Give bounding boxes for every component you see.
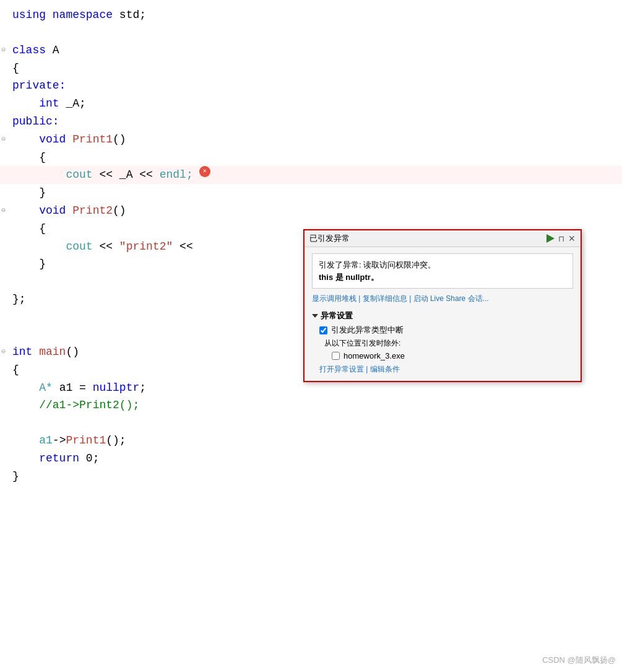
token: cout	[66, 168, 92, 181]
code-editor: using namespace std;⊖class A{private: in…	[0, 0, 622, 672]
exception-line1: 引发了异常: 读取访问权限冲突。	[319, 260, 436, 269]
token: ()	[113, 133, 126, 146]
token: return	[39, 452, 86, 465]
token: ()	[113, 204, 126, 217]
token	[12, 97, 39, 110]
collapse-marker[interactable]: ⊖	[1, 134, 9, 141]
code-line: return 0;	[0, 450, 622, 468]
exception-popup[interactable]: 已引发异常 ⊓ ✕ 引发了异常: 读取访问权限冲突。 this 是 nullpt…	[303, 229, 582, 382]
token: "print2"	[119, 240, 173, 253]
collapse-marker[interactable]: ⊖	[1, 205, 9, 212]
code-content: using namespace std;	[12, 6, 146, 24]
exclude-checkbox[interactable]	[332, 352, 340, 360]
watermark: CSDN @随风飘扬@	[542, 655, 616, 666]
code-content: cout << "print2" <<	[12, 238, 193, 256]
code-content: void Print1()	[12, 131, 126, 149]
code-content: {	[12, 59, 19, 77]
code-content: void Print2()	[12, 202, 126, 220]
close-button[interactable]: ✕	[568, 233, 576, 243]
token: Print1	[72, 133, 113, 146]
code-line: public:	[0, 113, 622, 131]
token: std;	[119, 9, 146, 21]
code-content: cout << _A << endl;	[12, 166, 193, 184]
code-line	[0, 414, 622, 432]
exclude-label: 从以下位置引发时除外:	[324, 339, 400, 347]
token	[12, 168, 66, 181]
pin-button[interactable]: ⊓	[558, 234, 564, 243]
code-content: {	[12, 149, 46, 167]
token: _A	[119, 168, 133, 181]
code-line: ⊖ void Print1()	[0, 131, 622, 149]
code-content: }	[12, 468, 19, 486]
token: void	[39, 204, 72, 217]
code-line: cout << _A << endl;	[0, 166, 622, 184]
token: A	[53, 44, 59, 56]
code-line: ⊖class A	[0, 41, 622, 59]
checkbox-break[interactable]: 引发此异常类型中断	[312, 325, 573, 336]
break-checkbox[interactable]	[319, 326, 327, 334]
token: //a1->Print2();	[39, 399, 139, 411]
token: }	[12, 470, 19, 482]
exclude-item-row[interactable]: homework_3.exe	[312, 351, 573, 360]
code-content: int _A;	[12, 95, 86, 113]
code-content: class A	[12, 41, 59, 59]
collapse-marker[interactable]: ⊖	[1, 346, 9, 354]
collapse-marker[interactable]: ⊖	[1, 45, 9, 52]
code-line: int _A;	[0, 95, 622, 113]
popup-links: 显示调用堆栈 | 复制详细信息 | 启动 Live Share 会话...	[312, 294, 573, 304]
token: main	[39, 346, 66, 358]
token: int	[39, 97, 59, 110]
token: public:	[12, 115, 59, 128]
token: <<	[93, 240, 119, 253]
exclude-item: homework_3.exe	[343, 351, 405, 360]
token: 0;	[86, 452, 100, 465]
token: ()	[66, 346, 79, 358]
open-settings-link[interactable]: 打开异常设置	[319, 365, 364, 373]
token: a1	[39, 434, 53, 447]
token: ;	[139, 382, 146, 394]
popup-body: 引发了异常: 读取访问权限冲突。 this 是 nullptr。 显示调用堆栈 …	[305, 247, 581, 381]
error-icon	[199, 166, 210, 177]
token: <<	[173, 240, 192, 253]
token: endl;	[160, 168, 193, 181]
section-title: 异常设置	[312, 310, 573, 321]
exclude-label-row: 从以下位置引发时除外:	[312, 338, 573, 349]
token: private:	[12, 79, 66, 92]
token: namespace	[53, 9, 119, 21]
code-line: {	[0, 149, 622, 167]
code-line: {	[0, 59, 622, 77]
code-content: {	[12, 220, 46, 238]
popup-titlebar: 已引发异常 ⊓ ✕	[305, 230, 581, 247]
token: class	[12, 44, 53, 56]
token	[12, 240, 66, 253]
token: {	[12, 222, 46, 235]
code-content: }	[12, 184, 46, 202]
token: {	[12, 151, 46, 164]
liveshare-link[interactable]: 启动 Live Share 会话...	[413, 294, 489, 303]
token	[12, 434, 39, 447]
token: };	[12, 293, 26, 305]
code-content: public:	[12, 113, 59, 131]
token: cout	[66, 240, 92, 253]
code-content: int main()	[12, 343, 79, 361]
code-content: };	[12, 290, 26, 308]
token: <<	[93, 168, 119, 181]
token	[12, 452, 39, 465]
popup-controls: ⊓ ✕	[546, 233, 576, 243]
popup-title: 已引发异常	[309, 233, 350, 244]
code-content: a1->Print1();	[12, 432, 126, 450]
token: nullptr	[93, 382, 140, 394]
token	[12, 204, 39, 217]
callstack-link[interactable]: 显示调用堆栈	[312, 294, 356, 303]
edit-conditions-link[interactable]: 编辑条件	[370, 365, 400, 373]
break-label: 引发此异常类型中断	[331, 325, 404, 336]
token: }	[12, 186, 46, 199]
code-line: a1->Print1();	[0, 432, 622, 450]
token: a1 =	[53, 382, 93, 394]
token	[12, 133, 39, 146]
code-line: }	[0, 468, 622, 486]
token: using	[12, 9, 53, 21]
run-button[interactable]	[546, 234, 555, 243]
token: <<	[132, 168, 159, 181]
copy-link[interactable]: 复制详细信息	[363, 294, 407, 303]
